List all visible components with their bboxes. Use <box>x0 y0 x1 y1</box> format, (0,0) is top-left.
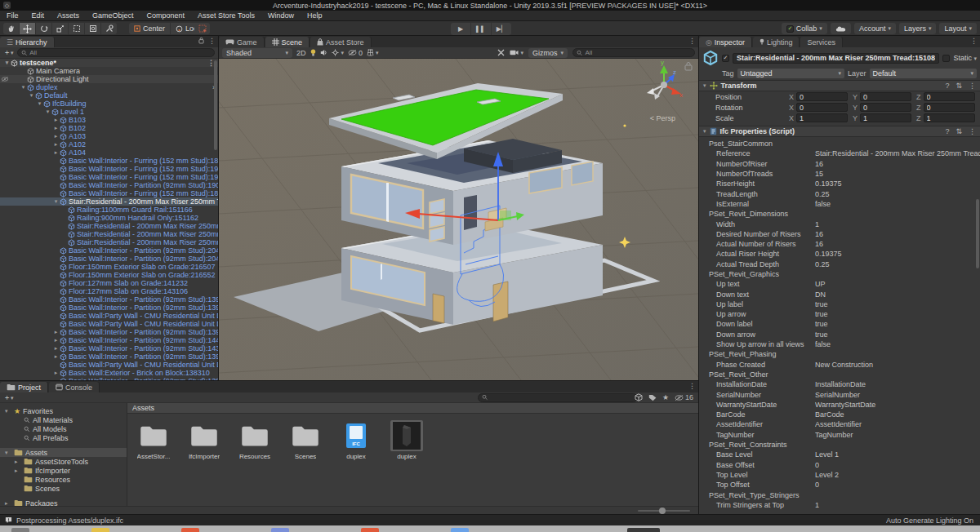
project-search[interactable] <box>478 393 638 402</box>
expand-arrow[interactable]: ▾ <box>44 108 51 116</box>
help-icon[interactable]: ? <box>945 82 949 90</box>
hierarchy-item[interactable]: Basic Wall:Interior - Partition (92mm St… <box>0 246 218 255</box>
tab-scene[interactable]: Scene <box>265 37 310 47</box>
status-info-icon[interactable] <box>5 516 12 524</box>
hierarchy-item[interactable]: Railing:1100mm Guard Rail:151166 <box>0 206 218 214</box>
lighting-status[interactable]: Auto Generate Lighting On <box>886 516 973 525</box>
gizmos-dropdown[interactable]: Gizmos▾ <box>528 48 568 58</box>
project-tree-item[interactable]: All Materials <box>0 415 127 424</box>
tab-inspector[interactable]: ◎Inspector <box>699 37 752 47</box>
hierarchy-item[interactable]: Stair:Residential - 200mm Max Riser 250m… <box>0 230 218 238</box>
move-tool-button[interactable] <box>20 23 35 34</box>
expand-arrow[interactable]: ▸ <box>52 352 60 361</box>
project-tree-item[interactable]: ▸ IfcImporter <box>0 466 127 475</box>
scale-tool-button[interactable] <box>52 23 68 34</box>
preset-icon[interactable]: ⇅ <box>956 82 962 90</box>
project-kebab-icon[interactable]: ⋮ <box>688 382 696 390</box>
hierarchy-item[interactable]: Directional Light <box>0 75 218 83</box>
hierarchy-item[interactable]: ▸ Basic Wall:Exterior - Brick on Block:1… <box>0 369 218 377</box>
favorite-filter-icon[interactable]: ★ <box>662 393 669 401</box>
component-kebab-icon[interactable]: ⋮ <box>969 82 976 90</box>
tab-lighting[interactable]: Lighting <box>753 37 800 47</box>
component-kebab-icon[interactable]: ⋮ <box>969 127 976 135</box>
expand-arrow[interactable]: ▸ <box>52 344 60 352</box>
hierarchy-scrollbar[interactable] <box>214 60 217 150</box>
expand-arrow[interactable]: ▸ <box>52 140 60 149</box>
rect-tool-button[interactable] <box>69 23 84 34</box>
menu-gameobject[interactable]: GameObject <box>86 11 140 20</box>
layer-dropdown[interactable]: Default▾ <box>870 69 977 78</box>
scene-tools-icon[interactable] <box>497 49 505 56</box>
static-dropdown[interactable]: Static ▾ <box>953 54 977 62</box>
custom-tool-button[interactable] <box>101 23 117 34</box>
hierarchy-item[interactable]: Stair:Residential - 200mm Max Riser 250m… <box>0 238 218 246</box>
scene-lighting-toggle[interactable] <box>310 49 316 57</box>
hierarchy-item[interactable]: ▸ A104 <box>0 149 218 157</box>
hierarchy-item[interactable]: ▾ duplex › <box>0 83 218 91</box>
scale-z-field[interactable] <box>924 113 976 122</box>
tab-hierarchy[interactable]: ☰Hierarchy <box>0 37 55 47</box>
rotation-z-field[interactable] <box>924 103 976 112</box>
scene-search-input[interactable] <box>585 49 691 56</box>
tab-project[interactable]: Project <box>0 382 48 392</box>
position-x-field[interactable] <box>796 92 848 101</box>
project-tree-item[interactable]: ▾ Assets <box>0 448 127 457</box>
expand-arrow[interactable]: ▸ <box>52 124 60 132</box>
position-z-field[interactable] <box>924 92 976 101</box>
position-y-field[interactable] <box>860 92 911 101</box>
project-tree-item[interactable]: ▸ AssetStoreTools <box>0 457 127 466</box>
hierarchy-item[interactable]: Basic Wall:Party Wall - CMU Residential … <box>0 361 218 369</box>
add-gameobject-button[interactable]: ＋▾ <box>3 47 14 58</box>
collab-dropdown[interactable]: ✓Collab▾ <box>782 23 827 34</box>
hand-tool-button[interactable] <box>3 23 19 34</box>
asset-item[interactable]: IFC duplex <box>335 420 377 460</box>
pivot-toggle-button[interactable]: Center <box>129 23 170 34</box>
hierarchy-item[interactable]: ▾ IfcBuilding <box>0 100 218 108</box>
step-button[interactable]: ▶▏ <box>492 23 511 35</box>
menu-window[interactable]: Window <box>261 11 301 20</box>
hierarchy-item[interactable]: Basic Wall:Interior - Partition (92mm St… <box>0 255 218 263</box>
menu-assets[interactable]: Assets <box>51 11 86 20</box>
hierarchy-item[interactable]: Basic Wall:Interior - Furring (152 mm St… <box>0 189 218 197</box>
project-tree-item[interactable]: Resources <box>0 475 127 484</box>
create-asset-button[interactable]: ＋▾ <box>3 392 14 403</box>
tab-console[interactable]: Console <box>49 382 100 392</box>
cloud-button[interactable] <box>831 23 851 34</box>
rotation-y-field[interactable] <box>860 103 911 112</box>
expand-arrow[interactable]: ▸ <box>52 149 60 157</box>
status-message[interactable]: Postprocessing Assets/duplex.ifc <box>16 516 123 525</box>
hierarchy-item[interactable]: ▸ Basic Wall:Interior - Partition (92mm … <box>0 344 218 352</box>
hierarchy-item[interactable]: ▸ Basic Wall:Interior - Partition (92mm … <box>0 336 218 344</box>
hierarchy-item[interactable]: Basic Wall:Party Wall - CMU Residential … <box>0 320 218 328</box>
expand-arrow[interactable]: ▸ <box>52 116 60 124</box>
hierarchy-item[interactable]: Floor:150mm Exterior Slab on Grade:21655… <box>0 271 218 279</box>
expand-arrow[interactable]: ▾ <box>20 83 27 91</box>
tag-dropdown[interactable]: Untagged▾ <box>737 69 844 78</box>
scene-grid-dropdown[interactable]: ▾ <box>367 49 379 56</box>
rotate-tool-button[interactable] <box>36 23 51 34</box>
project-search-input[interactable] <box>491 394 634 401</box>
scene-visibility-toggle[interactable]: 0 <box>348 49 363 57</box>
expand-arrow[interactable]: ▾ <box>36 100 43 108</box>
menu-help[interactable]: Help <box>301 11 329 20</box>
scale-x-field[interactable] <box>796 113 848 122</box>
hierarchy-search-input[interactable] <box>29 49 211 56</box>
visibility-eye-icon[interactable] <box>1 77 9 82</box>
hidden-count-indicator[interactable]: 16 <box>675 393 693 401</box>
scene-audio-toggle[interactable] <box>320 49 327 56</box>
hierarchy-item[interactable]: ▾ testscene* ⋮ <box>0 59 218 67</box>
ifc-component-header[interactable]: ▾ Ifc Properties (Script) ? ⇅ ⋮ <box>699 126 980 137</box>
expand-arrow[interactable]: ▾ <box>52 197 60 206</box>
hierarchy-item[interactable]: Basic Wall:Party Wall - CMU Residential … <box>0 312 218 320</box>
expand-arrow[interactable]: ▸ <box>52 132 60 140</box>
hierarchy-kebab-icon[interactable]: ⋮ <box>208 37 216 45</box>
expand-arrow[interactable]: ▾ <box>3 59 11 67</box>
hierarchy-item[interactable]: Basic Wall:Interior - Partition (92mm St… <box>0 304 218 312</box>
hierarchy-item[interactable]: Floor:150mm Exterior Slab on Grade:21650… <box>0 263 218 271</box>
asset-item[interactable]: AssetStor... <box>132 420 175 460</box>
project-tree-item[interactable]: ▾★ Favorites <box>0 406 127 415</box>
menu-file[interactable]: File <box>0 11 25 20</box>
expand-arrow[interactable]: ▸ <box>52 336 60 344</box>
hierarchy-item[interactable]: ▸ A102 <box>0 140 218 149</box>
expand-arrow[interactable]: ▾ <box>28 91 35 100</box>
